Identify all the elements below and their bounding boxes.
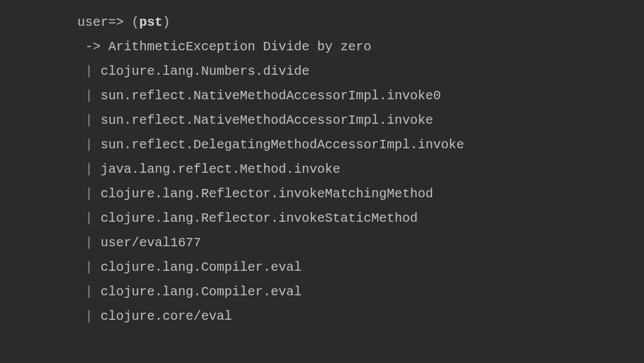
stack-trace-line: | clojure.core/eval bbox=[77, 304, 644, 329]
open-paren: ( bbox=[132, 15, 139, 30]
close-paren: ) bbox=[162, 15, 170, 30]
stack-frame: clojure.lang.Compiler.eval bbox=[101, 284, 302, 299]
pipe-icon: | bbox=[77, 137, 101, 152]
pipe-icon: | bbox=[77, 88, 101, 103]
exception-message: ArithmeticException Divide by zero bbox=[108, 39, 371, 54]
stack-trace-line: | clojure.lang.Reflector.invokeStaticMet… bbox=[77, 206, 644, 231]
stack-frame: sun.reflect.NativeMethodAccessorImpl.inv… bbox=[101, 88, 441, 103]
stack-trace-line: | sun.reflect.DelegatingMethodAccessorIm… bbox=[77, 133, 644, 157]
pipe-icon: | bbox=[77, 186, 101, 201]
repl-output: user=> (pst) -> ArithmeticException Divi… bbox=[77, 10, 644, 329]
pipe-icon: | bbox=[77, 162, 101, 177]
pipe-icon: | bbox=[77, 113, 101, 128]
stack-trace-line: | java.lang.reflect.Method.invoke bbox=[77, 157, 644, 182]
stack-trace-line: | clojure.lang.Compiler.eval bbox=[77, 280, 644, 304]
stack-trace-line: | clojure.lang.Reflector.invokeMatchingM… bbox=[77, 182, 644, 206]
pipe-icon: | bbox=[77, 211, 101, 226]
pipe-icon: | bbox=[77, 309, 101, 324]
pipe-icon: | bbox=[77, 235, 101, 250]
stack-frame: java.lang.reflect.Method.invoke bbox=[101, 162, 340, 177]
stack-frame: clojure.lang.Reflector.invokeMatchingMet… bbox=[101, 186, 433, 201]
exception-line: -> ArithmeticException Divide by zero bbox=[77, 35, 644, 59]
stack-frame: sun.reflect.NativeMethodAccessorImpl.inv… bbox=[101, 113, 433, 128]
pipe-icon: | bbox=[77, 260, 101, 275]
stack-trace-line: | clojure.lang.Compiler.eval bbox=[77, 255, 644, 280]
stack-trace-line: | clojure.lang.Numbers.divide bbox=[77, 59, 644, 84]
stack-trace-line: | sun.reflect.NativeMethodAccessorImpl.i… bbox=[77, 108, 644, 133]
stack-frame: user/eval1677 bbox=[101, 235, 201, 250]
repl-prompt: user=> bbox=[77, 15, 132, 30]
pipe-icon: | bbox=[77, 284, 101, 299]
arrow-icon: -> bbox=[77, 39, 108, 54]
stack-frame: sun.reflect.DelegatingMethodAccessorImpl… bbox=[101, 137, 464, 152]
stack-trace-line: | sun.reflect.NativeMethodAccessorImpl.i… bbox=[77, 84, 644, 108]
pipe-icon: | bbox=[77, 64, 101, 79]
stack-frame: clojure.core/eval bbox=[101, 309, 232, 324]
stack-trace-line: | user/eval1677 bbox=[77, 231, 644, 255]
repl-input-line: user=> (pst) bbox=[77, 10, 644, 35]
stack-frame: clojure.lang.Compiler.eval bbox=[101, 260, 302, 275]
stack-frame: clojure.lang.Reflector.invokeStaticMetho… bbox=[101, 211, 418, 226]
stack-frame: clojure.lang.Numbers.divide bbox=[101, 64, 309, 79]
function-name: pst bbox=[139, 15, 162, 30]
